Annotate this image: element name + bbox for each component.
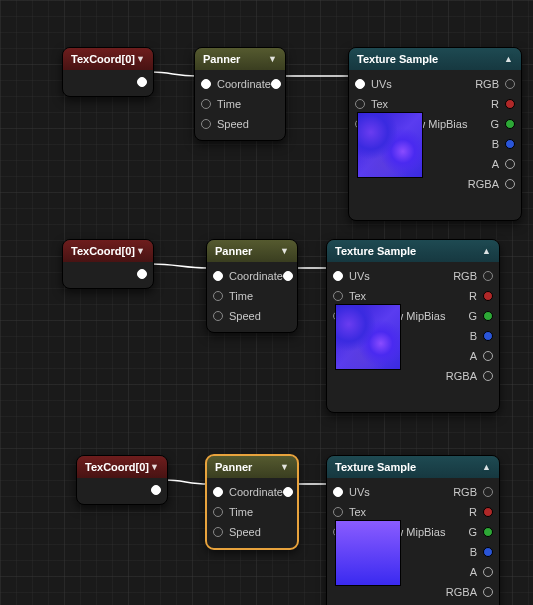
- node-header[interactable]: Panner ▼: [207, 456, 297, 478]
- input-pin-speed[interactable]: [213, 311, 223, 321]
- output-pin[interactable]: [137, 77, 147, 87]
- output-pin-rgba[interactable]: [483, 587, 493, 597]
- node-title: Texture Sample: [335, 245, 416, 257]
- node-header[interactable]: TexCoord[0] ▼: [77, 456, 167, 478]
- node-header[interactable]: Texture Sample ▲: [327, 240, 499, 262]
- node-title: TexCoord[0]: [85, 461, 149, 473]
- chevron-down-icon[interactable]: ▼: [150, 462, 159, 472]
- texture-sample-node[interactable]: Texture Sample ▲ UVs RGB Tex R Apply Vie…: [348, 47, 522, 221]
- output-pin-b[interactable]: [483, 547, 493, 557]
- chevron-up-icon[interactable]: ▲: [482, 462, 491, 472]
- node-title: Panner: [215, 461, 252, 473]
- input-pin-uvs[interactable]: [333, 487, 343, 497]
- input-pin-time[interactable]: [213, 507, 223, 517]
- chevron-down-icon[interactable]: ▼: [268, 54, 277, 64]
- chevron-up-icon[interactable]: ▲: [504, 54, 513, 64]
- input-pin-coordinate[interactable]: [213, 271, 223, 281]
- texcoord-node[interactable]: TexCoord[0] ▼: [62, 239, 154, 289]
- texture-sample-node[interactable]: Texture Sample ▲ UVsRGB TexR Apply View …: [326, 455, 500, 605]
- output-pin-g[interactable]: [483, 311, 493, 321]
- texcoord-node[interactable]: TexCoord[0] ▼: [76, 455, 168, 505]
- input-pin-tex[interactable]: [333, 291, 343, 301]
- texcoord-node[interactable]: TexCoord[0] ▼: [62, 47, 154, 97]
- node-title: TexCoord[0]: [71, 53, 135, 65]
- output-pin-rgba[interactable]: [483, 371, 493, 381]
- output-pin[interactable]: [151, 485, 161, 495]
- node-header[interactable]: Texture Sample ▲: [349, 48, 521, 70]
- output-pin-g[interactable]: [505, 119, 515, 129]
- output-pin-b[interactable]: [483, 331, 493, 341]
- input-pin-tex[interactable]: [355, 99, 365, 109]
- input-pin-coordinate[interactable]: [201, 79, 211, 89]
- chevron-down-icon[interactable]: ▼: [280, 462, 289, 472]
- output-pin-a[interactable]: [483, 351, 493, 361]
- node-title: Texture Sample: [357, 53, 438, 65]
- output-pin-r[interactable]: [483, 507, 493, 517]
- output-pin-rgb[interactable]: [483, 271, 493, 281]
- output-pin-rgb[interactable]: [505, 79, 515, 89]
- output-pin-r[interactable]: [505, 99, 515, 109]
- chevron-down-icon[interactable]: ▼: [136, 54, 145, 64]
- chevron-up-icon[interactable]: ▲: [482, 246, 491, 256]
- input-pin-uvs[interactable]: [355, 79, 365, 89]
- node-header[interactable]: TexCoord[0] ▼: [63, 240, 153, 262]
- node-title: Panner: [203, 53, 240, 65]
- node-header[interactable]: Texture Sample ▲: [327, 456, 499, 478]
- panner-node[interactable]: Panner ▼ Coordinate Time Speed: [206, 239, 298, 333]
- output-pin-g[interactable]: [483, 527, 493, 537]
- output-pin-r[interactable]: [483, 291, 493, 301]
- output-pin-b[interactable]: [505, 139, 515, 149]
- panner-node-selected[interactable]: Panner ▼ Coordinate Time Speed: [206, 455, 298, 549]
- texture-preview: [357, 112, 423, 178]
- input-pin-tex[interactable]: [333, 507, 343, 517]
- input-pin-time[interactable]: [201, 99, 211, 109]
- chevron-down-icon[interactable]: ▼: [280, 246, 289, 256]
- panner-node[interactable]: Panner ▼ Coordinate Time Speed: [194, 47, 286, 141]
- output-pin-a[interactable]: [483, 567, 493, 577]
- texture-preview: [335, 520, 401, 586]
- input-pin-uvs[interactable]: [333, 271, 343, 281]
- texture-sample-node[interactable]: Texture Sample ▲ UVsRGB TexR Apply View …: [326, 239, 500, 413]
- output-pin[interactable]: [137, 269, 147, 279]
- input-pin-speed[interactable]: [201, 119, 211, 129]
- output-pin[interactable]: [271, 79, 281, 89]
- output-pin-rgb[interactable]: [483, 487, 493, 497]
- output-pin[interactable]: [283, 487, 293, 497]
- node-header[interactable]: Panner ▼: [207, 240, 297, 262]
- node-title: Texture Sample: [335, 461, 416, 473]
- node-header[interactable]: TexCoord[0] ▼: [63, 48, 153, 70]
- output-pin[interactable]: [283, 271, 293, 281]
- output-pin-a[interactable]: [505, 159, 515, 169]
- node-title: Panner: [215, 245, 252, 257]
- output-pin-rgba[interactable]: [505, 179, 515, 189]
- node-header[interactable]: Panner ▼: [195, 48, 285, 70]
- chevron-down-icon[interactable]: ▼: [136, 246, 145, 256]
- input-pin-coordinate[interactable]: [213, 487, 223, 497]
- node-title: TexCoord[0]: [71, 245, 135, 257]
- input-pin-time[interactable]: [213, 291, 223, 301]
- input-pin-speed[interactable]: [213, 527, 223, 537]
- texture-preview: [335, 304, 401, 370]
